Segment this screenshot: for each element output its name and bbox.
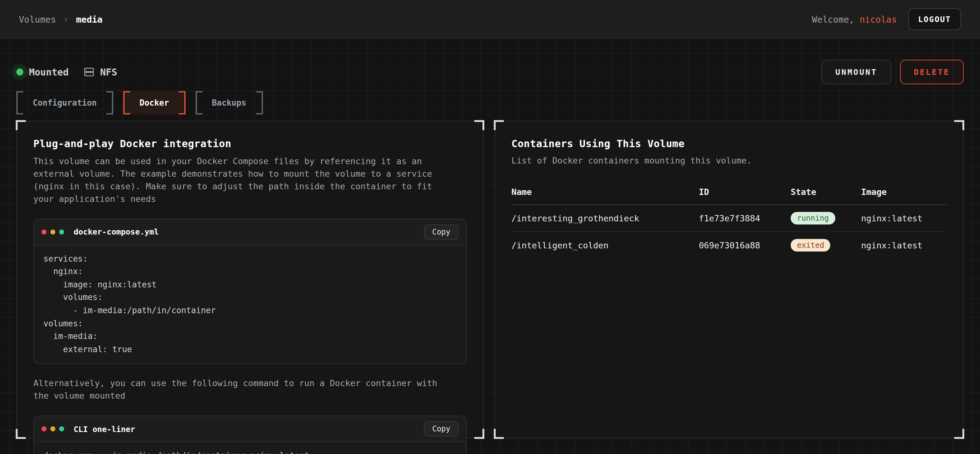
tab-docker[interactable]: Docker [123, 91, 186, 114]
welcome-prefix: Welcome, [812, 14, 860, 24]
tab-backups[interactable]: Backups [195, 91, 262, 114]
nfs-label: NFS [100, 66, 117, 78]
cli-code-body: docker run -v im-media:/path/in/containe… [34, 442, 466, 454]
compose-code-header: docker-compose.yml Copy [34, 219, 466, 245]
container-name-cell: /intelligent_colden [511, 232, 699, 259]
breadcrumb-volumes-link[interactable]: Volumes [19, 14, 56, 24]
status-indicators: Mounted NFS [16, 66, 821, 78]
docker-panel-description: This volume can be used in your Docker C… [33, 155, 453, 206]
corner-bracket-icon [16, 429, 26, 439]
corner-bracket-icon [494, 429, 504, 439]
container-state-cell: exited [791, 232, 861, 259]
window-dot-green-icon [59, 230, 64, 235]
state-badge: exited [791, 239, 830, 251]
welcome-text: Welcome, nicolas [812, 14, 897, 24]
breadcrumb: Volumes › media [19, 14, 103, 24]
corner-bracket-icon [494, 120, 504, 130]
corner-bracket-icon [954, 120, 964, 130]
column-header-id: ID [699, 182, 791, 205]
status-bar: Mounted NFS UNMOUNT DELET [16, 60, 964, 84]
container-row: /intelligent_colden069e73016a88exitedngi… [511, 232, 947, 259]
window-dot-red-icon [41, 230, 46, 235]
top-bar: Volumes › media Welcome, nicolas LOGOUT [0, 0, 980, 39]
compose-code-body: services: nginx: image: nginx:latest vol… [34, 245, 466, 364]
compose-filename: docker-compose.yml [73, 227, 420, 237]
container-image-cell: nginx:latest [861, 232, 947, 259]
container-name-cell: /interesting_grothendieck [511, 205, 699, 232]
top-bar-right: Welcome, nicolas LOGOUT [812, 8, 961, 30]
delete-button[interactable]: DELETE [900, 60, 964, 84]
docker-integration-panel: Plug-and-play Docker integration This vo… [16, 121, 484, 438]
corner-bracket-icon [474, 120, 484, 130]
cli-code-block: CLI one-liner Copy docker run -v im-medi… [33, 416, 467, 454]
container-id-cell: f1e73e7f3884 [699, 205, 791, 232]
container-image-cell: nginx:latest [861, 205, 947, 232]
compose-code-content: services: nginx: image: nginx:latest vol… [43, 253, 457, 356]
state-badge: running [791, 212, 835, 224]
breadcrumb-current: media [76, 14, 103, 24]
corner-bracket-icon [954, 429, 964, 439]
container-row: /interesting_grothendieckf1e73e7f3884run… [511, 205, 947, 232]
window-dot-red-icon [41, 426, 46, 431]
corner-bracket-icon [474, 429, 484, 439]
cli-code-header: CLI one-liner Copy [34, 416, 466, 442]
containers-panel: Containers Using This Volume List of Doc… [495, 121, 964, 438]
panels: Plug-and-play Docker integration This vo… [16, 121, 964, 438]
page-body: Mounted NFS UNMOUNT DELET [0, 39, 980, 454]
column-header-name: Name [511, 182, 699, 205]
volume-actions: UNMOUNT DELETE [821, 60, 964, 84]
docker-panel-title: Plug-and-play Docker integration [33, 138, 467, 150]
copy-cli-button[interactable]: Copy [424, 421, 458, 437]
mounted-dot-icon [16, 68, 23, 75]
username: nicolas [859, 14, 897, 24]
containers-panel-title: Containers Using This Volume [511, 138, 947, 150]
containers-table: Name ID State Image /interesting_grothen… [511, 182, 947, 259]
mounted-indicator: Mounted [16, 66, 68, 78]
tabs: Configuration Docker Backups [16, 91, 964, 114]
compose-code-block: docker-compose.yml Copy services: nginx:… [33, 219, 467, 364]
cli-filename: CLI one-liner [73, 424, 420, 433]
column-header-image: Image [861, 182, 947, 205]
corner-bracket-icon [16, 120, 26, 130]
unmount-button[interactable]: UNMOUNT [821, 60, 891, 84]
window-dot-green-icon [59, 426, 64, 431]
column-header-state: State [791, 182, 861, 205]
copy-compose-button[interactable]: Copy [424, 224, 458, 240]
containers-table-header-row: Name ID State Image [511, 182, 947, 205]
app-window: Volumes › media Welcome, nicolas LOGOUT … [0, 0, 980, 454]
mounted-label: Mounted [29, 66, 68, 78]
window-dot-amber-icon [50, 426, 55, 431]
container-id-cell: 069e73016a88 [699, 232, 791, 259]
server-icon [84, 67, 94, 77]
container-state-cell: running [791, 205, 861, 232]
nfs-indicator: NFS [84, 66, 117, 78]
containers-panel-subtitle: List of Docker containers mounting this … [511, 155, 947, 165]
tab-configuration[interactable]: Configuration [16, 91, 113, 114]
cli-intro-text: Alternatively, you can use the following… [33, 377, 453, 402]
window-dot-amber-icon [50, 230, 55, 235]
cli-code-content: docker run -v im-media:/path/in/containe… [43, 449, 457, 454]
logout-button[interactable]: LOGOUT [908, 8, 961, 30]
breadcrumb-separator-icon: › [64, 14, 68, 24]
